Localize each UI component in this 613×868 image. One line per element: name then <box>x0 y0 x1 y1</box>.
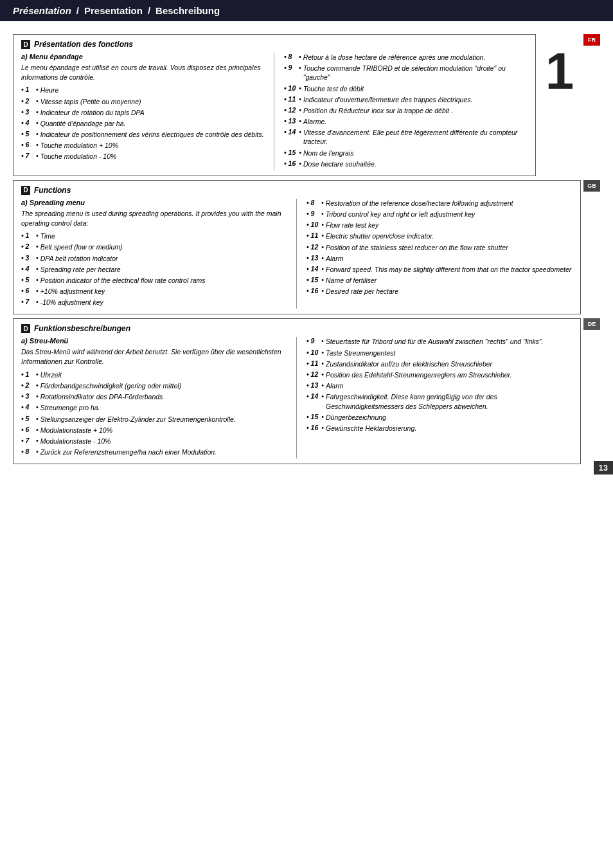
list-item: • 12•Position du Réducteur inox sur la t… <box>284 106 528 115</box>
list-bullet: • 4 <box>21 403 33 411</box>
section-fr-right: • 8•Retour à la dose hectare de référenc… <box>274 53 528 170</box>
list-text: Zustandsindikator auf/zu der elektrische… <box>326 359 573 368</box>
list-item: • 13•Alarme. <box>284 117 528 126</box>
list-bullet: • 1 <box>21 86 33 93</box>
list-bullet: • 15 <box>306 413 318 420</box>
list-item: • 11•Electric shutter open/close indicat… <box>306 231 573 240</box>
list-item: • 1•Time <box>21 231 287 240</box>
lang-badge-gb: GB <box>583 180 600 192</box>
list-text: Quantité d'épandage par ha. <box>40 119 264 128</box>
list-bullet: • 16 <box>306 287 318 294</box>
list-bullet: • 11 <box>306 231 318 239</box>
list-text: Position des Edelstahl-Streumengenregler… <box>326 370 573 379</box>
list-item: • 16•Dose hectare souhaitée. <box>284 159 528 168</box>
list-bullet: • 2 <box>21 97 33 105</box>
list-text: Forward speed. This may be slightly diff… <box>326 265 573 274</box>
list-text: Touche modulation - 10% <box>40 152 264 161</box>
list-text: Nom de l'engrais <box>303 149 528 158</box>
list-item: • 9•Touche commande TRIBORD et de sélect… <box>284 64 528 82</box>
list-item: • 2•Förderbandgeschwindigkeit (gering od… <box>21 381 287 390</box>
list-item: • 10•Flow rate test key <box>306 221 573 230</box>
list-bullet: • 14 <box>284 128 296 136</box>
list-bullet: • 5 <box>21 130 33 138</box>
list-item: • 6•Modulationstaste + 10% <box>21 426 287 435</box>
list-item: • 5•Position indicator of the electrical… <box>21 276 287 285</box>
subsection-title-fr: a) Menu épandage <box>21 53 264 60</box>
fr-left-list: • 1•Heure• 2•Vitesse tapis (Petite ou mo… <box>21 86 264 161</box>
list-text: Desired rate per hectare <box>326 287 573 296</box>
list-item: • 8•Retour à la dose hectare de référenc… <box>284 53 528 62</box>
section-en-left: a) Spreading menu The spreading menu is … <box>21 199 297 309</box>
list-bullet: • 11 <box>284 95 296 103</box>
list-bullet: • 2 <box>21 381 33 389</box>
list-item: • 2•Belt speed (low or medium) <box>21 242 287 251</box>
list-bullet: • 10 <box>284 84 296 92</box>
list-text: Uhrzeit <box>40 370 287 379</box>
list-bullet: • 12 <box>306 370 318 378</box>
list-text: Position of the stainless steel reducer … <box>326 243 573 252</box>
list-text: Heure <box>40 86 264 95</box>
list-item: • 14•Forward speed. This may be slightly… <box>306 265 573 274</box>
list-text: Belt speed (low or medium) <box>40 242 287 251</box>
list-text: Alarme. <box>303 117 528 126</box>
list-bullet: • 7 <box>21 298 33 305</box>
section-icon-de: D <box>21 324 30 333</box>
list-item: • 9•Tribord control key and right or lef… <box>306 210 573 219</box>
list-item: • 3•Indicateur de rotation du tapis DPA <box>21 108 264 117</box>
list-text: Indicateur de positionnement des vérins … <box>40 130 264 139</box>
section-icon-en: D <box>21 186 30 195</box>
list-bullet: • 13 <box>284 117 296 125</box>
list-item: • 16•Desired rate per hectare <box>306 287 573 296</box>
list-item: • 12•Position of the stainless steel red… <box>306 243 573 252</box>
section-de-left: a) Streu-Menü Das Streu-Menü wird währen… <box>21 337 297 458</box>
list-text: Touche test de débit <box>303 84 528 93</box>
list-item: • 5•Indicateur de positionnement des vér… <box>21 130 264 139</box>
lang-badge-de: DE <box>583 318 600 330</box>
list-bullet: • 5 <box>21 276 33 284</box>
list-bullet: • 9 <box>284 64 296 71</box>
page-content: FR 1 D Présentation des fonctions a) Men… <box>0 21 613 475</box>
list-bullet: • 8 <box>284 53 296 60</box>
section-de: D Funktionsbeschreibungen a) Streu-Menü … <box>13 318 581 464</box>
header-title-fr: Présentation <box>13 5 71 16</box>
list-item: • 2•Vitesse tapis (Petite ou moyenne) <box>21 97 264 106</box>
en-right-list: • 8•Restoration of the reference dose/he… <box>306 199 573 296</box>
list-text: Indicateur de rotation du tapis DPA <box>40 108 264 117</box>
list-text: Vitesse tapis (Petite ou moyenne) <box>40 97 264 106</box>
de-right-list: • 9•Steuertaste für Tribord und für die … <box>306 337 573 433</box>
list-bullet: • 3 <box>21 108 33 116</box>
list-item: • 10•Touche test de débit <box>284 84 528 93</box>
list-item: • 15•Düngerbezeichnung <box>306 413 573 422</box>
list-text: Dose hectare souhaitée. <box>303 159 528 168</box>
list-item: • 3•DPA belt rotation indicator <box>21 254 287 263</box>
list-text: Taste Streumengentest <box>326 348 573 357</box>
subsection-title-de: a) Streu-Menü <box>21 337 287 345</box>
list-item: • 12•Position des Edelstahl-Streumengenr… <box>306 370 573 379</box>
list-text: Touche modulation + 10% <box>40 141 264 150</box>
header-sep1: / <box>76 5 79 16</box>
page-number: 13 <box>594 461 613 475</box>
list-item: • 11•Zustandsindikator auf/zu der elektr… <box>306 359 573 368</box>
subsection-title-en: a) Spreading menu <box>21 199 287 206</box>
list-text: +10% adjustment key <box>40 287 287 296</box>
list-text: Modulationstaste + 10% <box>40 426 287 435</box>
list-bullet: • 10 <box>306 221 318 228</box>
list-text: Streumenge pro ha. <box>40 403 287 412</box>
list-item: • 7•-10% adjustment key <box>21 298 287 307</box>
list-bullet: • 9 <box>306 337 318 345</box>
section-en: D Functions a) Spreading menu The spread… <box>13 180 581 315</box>
list-bullet: • 14 <box>306 392 318 400</box>
list-text: -10% adjustment key <box>40 298 287 307</box>
list-text: Position indicator of the electrical flo… <box>40 276 287 285</box>
list-bullet: • 16 <box>306 424 318 431</box>
list-text: Electric shutter open/close indicator. <box>326 231 573 240</box>
header-title-en: Presentation <box>84 5 143 16</box>
list-item: • 7•Touche modulation - 10% <box>21 152 264 161</box>
list-bullet: • 11 <box>306 359 318 367</box>
list-bullet: • 8 <box>306 199 318 206</box>
list-bullet: • 9 <box>306 210 318 217</box>
list-bullet: • 16 <box>284 159 296 167</box>
list-text: Düngerbezeichnung <box>326 413 573 422</box>
list-bullet: • 15 <box>284 149 296 156</box>
list-item: • 11•Indicateur d'ouverture/fermeture de… <box>284 95 528 104</box>
